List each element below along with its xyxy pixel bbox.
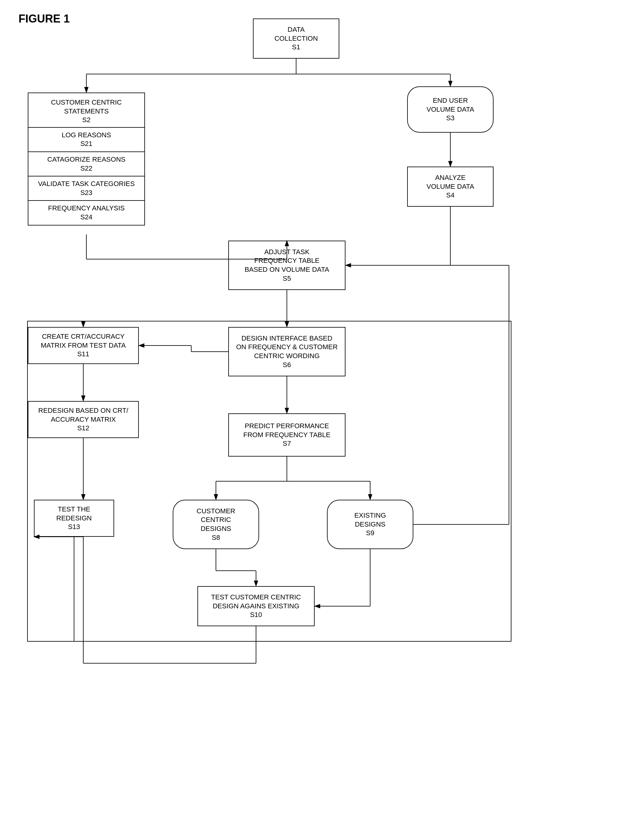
figure-label: FIGURE 1 [18,12,70,25]
node-s3: END USER VOLUME DATA S3 [407,86,494,132]
outer-loop-border [27,321,512,642]
node-s4: ANALYZE VOLUME DATA S4 [407,167,494,207]
node-s2-main: CUSTOMER CENTRICSTATEMENTSS2 [29,93,144,128]
node-s1: DATA COLLECTION S1 [253,18,339,59]
node-s5: ADJUST TASK FREQUENCY TABLE BASED ON VOL… [228,241,346,290]
node-s21: LOG REASONSS21 [29,128,144,152]
node-s22: CATAGORIZE REASONSS22 [29,152,144,176]
node-s2-group: CUSTOMER CENTRICSTATEMENTSS2 LOG REASONS… [28,93,145,226]
node-s23: VALIDATE TASK CATEGORIESS23 [29,176,144,201]
node-s24: FREQUENCY ANALYSISS24 [29,201,144,224]
